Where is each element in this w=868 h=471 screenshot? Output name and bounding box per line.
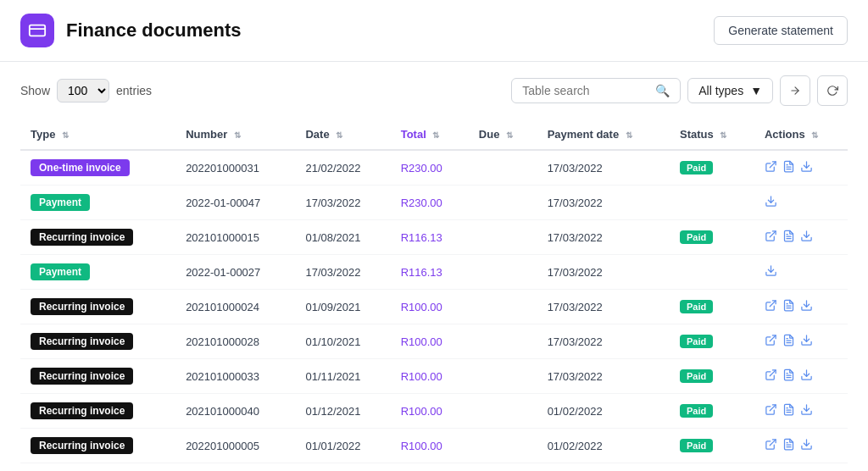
type-badge: Payment (31, 194, 90, 211)
cell-total: R100.00 (391, 394, 469, 429)
page-title: Finance documents (66, 19, 242, 42)
cell-due (469, 359, 537, 394)
pdf-icon[interactable] (782, 334, 795, 349)
cell-number: 202201000005 (175, 429, 295, 463)
status-badge: Paid (680, 369, 713, 383)
download-icon[interactable] (800, 368, 813, 384)
cell-date: 01/02/2022 (295, 463, 390, 472)
cell-due (469, 463, 537, 472)
chevron-down-icon: ▼ (750, 84, 762, 97)
open-icon[interactable] (765, 299, 777, 314)
cell-status: Paid (670, 324, 754, 359)
col-total[interactable]: Total ⇅ (391, 119, 469, 150)
pdf-icon[interactable] (782, 438, 795, 453)
cell-status: Paid (670, 220, 754, 255)
open-icon[interactable] (765, 403, 777, 418)
cell-actions (754, 220, 848, 255)
cell-date: 01/12/2021 (295, 394, 390, 429)
cell-type: Recurring invoice (20, 220, 175, 255)
cell-number: 202201000031 (175, 150, 295, 186)
cell-date: 01/01/2022 (295, 429, 390, 463)
svg-rect-0 (30, 25, 45, 36)
status-badge: Paid (680, 300, 713, 313)
cell-type: Payment (20, 255, 175, 290)
download-icon[interactable] (800, 299, 813, 314)
entries-select[interactable]: 100 25 50 (57, 79, 109, 103)
type-filter[interactable]: All types ▼ (687, 78, 773, 103)
cell-actions (754, 359, 848, 394)
cell-payment-date: 01/02/2022 (537, 394, 670, 429)
cell-total: R116.13 (391, 255, 469, 290)
table-row: Payment2022-01-0002717/03/2022R116.1317/… (20, 255, 848, 290)
open-icon[interactable] (765, 438, 777, 453)
pdf-icon[interactable] (782, 368, 795, 384)
download-icon[interactable] (800, 403, 813, 418)
export-button[interactable] (780, 75, 810, 106)
table-row: Recurring invoice20210100001501/08/2021R… (20, 220, 848, 255)
header: Finance documents Generate statement (0, 0, 868, 62)
status-badge: Paid (680, 439, 713, 452)
svg-line-29 (770, 440, 776, 446)
download-icon[interactable] (800, 230, 813, 245)
status-badge: Paid (680, 230, 713, 244)
type-badge: Recurring invoice (31, 402, 133, 419)
refresh-button[interactable] (817, 75, 848, 106)
type-badge: Recurring invoice (31, 298, 133, 315)
cell-actions (754, 150, 848, 186)
type-badge: Recurring invoice (31, 333, 133, 350)
table-container: Type ⇅ Number ⇅ Date ⇅ Total ⇅ Due ⇅ Pay… (0, 119, 868, 471)
col-payment-date[interactable]: Payment date ⇅ (537, 119, 670, 150)
search-input[interactable] (522, 84, 648, 97)
cell-total: R100.00 (391, 324, 469, 359)
cell-type: Recurring invoice (20, 324, 175, 359)
cell-status: Paid (670, 463, 754, 472)
svg-line-21 (770, 370, 776, 376)
col-number[interactable]: Number ⇅ (175, 119, 295, 150)
cell-payment-date: 01/02/2022 (537, 429, 670, 463)
table-row: Recurring invoice20220100001301/02/2022R… (20, 463, 848, 472)
generate-statement-button[interactable]: Generate statement (714, 16, 848, 45)
col-due[interactable]: Due ⇅ (469, 119, 537, 150)
download-icon[interactable] (765, 195, 777, 210)
col-actions: Actions ⇅ (754, 119, 848, 150)
cell-date: 17/03/2022 (295, 255, 390, 290)
cell-status (670, 186, 754, 220)
open-icon[interactable] (765, 230, 777, 245)
open-icon[interactable] (765, 334, 777, 349)
cell-due (469, 394, 537, 429)
cell-due (469, 255, 537, 290)
cell-payment-date: 17/03/2022 (537, 220, 670, 255)
sort-icon-due: ⇅ (506, 130, 513, 140)
cell-payment-date: 17/03/2022 (537, 186, 670, 220)
entries-label: entries (116, 84, 152, 97)
col-type[interactable]: Type ⇅ (20, 119, 175, 150)
cell-status: Paid (670, 359, 754, 394)
sort-icon-number: ⇅ (234, 130, 241, 140)
open-icon[interactable] (765, 160, 777, 175)
pdf-icon[interactable] (782, 403, 795, 418)
download-icon[interactable] (800, 160, 813, 175)
type-badge: One-time invoice (31, 159, 130, 176)
cell-type: Recurring invoice (20, 290, 175, 324)
cell-date: 21/02/2022 (295, 150, 390, 186)
download-icon[interactable] (800, 334, 813, 349)
cell-due (469, 220, 537, 255)
open-icon[interactable] (765, 368, 777, 384)
table-row: Recurring invoice20210100003301/11/2021R… (20, 359, 848, 394)
col-date[interactable]: Date ⇅ (295, 119, 390, 150)
cell-due (469, 186, 537, 220)
pdf-icon[interactable] (782, 230, 795, 245)
type-badge: Payment (31, 263, 90, 280)
col-status[interactable]: Status ⇅ (670, 119, 754, 150)
download-icon[interactable] (800, 438, 813, 453)
sort-icon-date: ⇅ (336, 130, 342, 140)
pdf-icon[interactable] (782, 160, 795, 175)
cell-number: 202101000033 (175, 359, 295, 394)
cell-actions (754, 290, 848, 324)
status-badge: Paid (680, 404, 713, 418)
pdf-icon[interactable] (782, 299, 795, 314)
download-icon[interactable] (765, 264, 777, 280)
cell-due (469, 150, 537, 186)
show-label: Show (20, 84, 50, 97)
cell-due (469, 429, 537, 463)
